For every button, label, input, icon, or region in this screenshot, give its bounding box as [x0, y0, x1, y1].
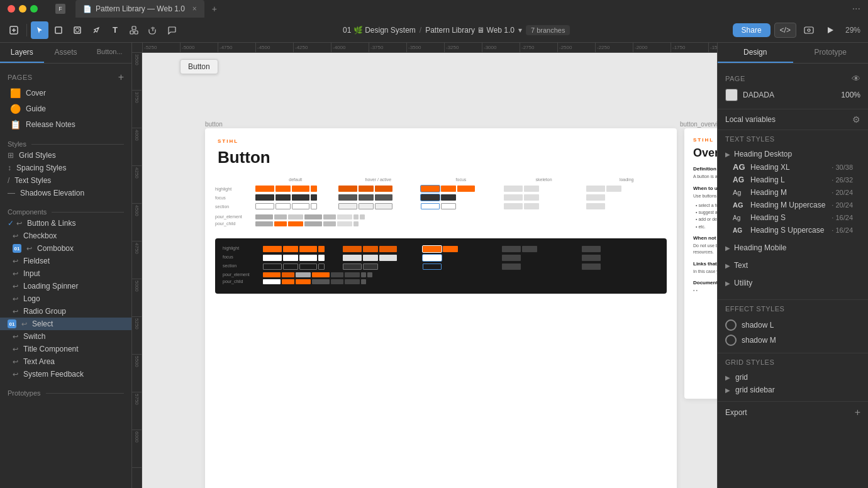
- row-btns-hover: [338, 203, 419, 209]
- code-button[interactable]: </>: [774, 23, 796, 38]
- tab-layers[interactable]: Layers: [0, 43, 44, 63]
- spacing-style-icon: ↕: [8, 164, 11, 172]
- mini-btn: [337, 221, 352, 226]
- export-add-button[interactable]: +: [855, 407, 860, 418]
- present-button[interactable]: [821, 21, 839, 39]
- tab-design[interactable]: Design: [718, 43, 793, 63]
- component-item-logo[interactable]: ↩ Logo: [0, 292, 131, 305]
- text-style-heading-l[interactable]: AG Heading L · 26/32: [725, 174, 860, 186]
- breadcrumb-design-system[interactable]: 01 🌿 Design System: [343, 26, 416, 35]
- shapes-tool-button[interactable]: [69, 21, 86, 39]
- text-tool-button[interactable]: T: [106, 21, 124, 39]
- component-item-system-feedback[interactable]: ↩ System Feedback: [0, 368, 131, 380]
- hand-tool-button[interactable]: [144, 21, 162, 39]
- style-item-text[interactable]: / Text Styles: [0, 174, 131, 187]
- canvas[interactable]: -5250 -5000 -4750 -4500 -4250 -4000 -375…: [132, 43, 717, 488]
- text-style-heading-m-upper[interactable]: AG Heading M Uppercase · 20/24: [725, 199, 860, 211]
- component-item-button-links[interactable]: ✓ ↩ Button & Links: [0, 217, 131, 230]
- component-item-textarea[interactable]: ↩ Text Area: [0, 355, 131, 368]
- grid-style-icon: ⊞: [8, 151, 14, 160]
- utility-group-header[interactable]: ▶ Utility: [725, 277, 860, 289]
- text-style-heading-xl[interactable]: AG Heading XL · 30/38: [725, 160, 860, 174]
- page-visibility-button[interactable]: 👁: [852, 74, 860, 84]
- row-btns-load: [586, 203, 667, 209]
- text-styles-section: Text styles ▶ Heading Desktop AG Heading…: [718, 130, 868, 300]
- components-tool-button[interactable]: [125, 21, 143, 39]
- close-button[interactable]: [8, 5, 15, 13]
- mirror-button[interactable]: [800, 21, 818, 39]
- text-tool-icon: T: [113, 25, 118, 35]
- page-item-release-notes[interactable]: 📋 Release Notes: [3, 117, 129, 132]
- component-item-loading[interactable]: ↩ Loading Spinner: [0, 280, 131, 292]
- zoom-level[interactable]: 29%: [843, 26, 863, 35]
- ruler-mark: -3500: [406, 43, 444, 52]
- heading-desktop-group-header[interactable]: ▶ Heading Desktop: [725, 148, 860, 160]
- grid-style-sidebar[interactable]: ▶ grid sidebar: [725, 384, 860, 396]
- add-page-button[interactable]: +: [118, 72, 124, 82]
- component-item-input[interactable]: ↩ Input: [0, 267, 131, 280]
- component-item-fieldset[interactable]: ↩ Fieldset: [0, 255, 131, 267]
- overview-frame[interactable]: STIHL Overview Definition A button is a …: [684, 128, 717, 399]
- mini-btn: [361, 272, 366, 277]
- breadcrumb-arrow-icon[interactable]: ▾: [518, 26, 522, 35]
- canvas-main[interactable]: Button button button_overview STIHL Butt…: [142, 53, 717, 488]
- heading-m-sample: Ag: [733, 189, 745, 196]
- component-arrow-icon: ↩: [13, 257, 18, 265]
- main-button-frame[interactable]: STIHL Button default hover / active focu…: [205, 128, 677, 488]
- tab-assets[interactable]: Assets: [44, 43, 88, 63]
- component-item-radio[interactable]: ↩ Radio Group: [0, 305, 131, 318]
- tab-close-icon[interactable]: ×: [192, 4, 197, 13]
- titlebar-tab[interactable]: 📄 Pattern Library — Web 1.0 ×: [75, 0, 204, 18]
- effect-style-shadow-m[interactable]: shadow M: [725, 333, 860, 348]
- component-item-checkbox[interactable]: ↩ Checkbox: [0, 230, 131, 242]
- component-item-title[interactable]: ↩ Title Component: [0, 343, 131, 355]
- page-color-swatch[interactable]: [725, 89, 738, 101]
- frame-tool-button[interactable]: [50, 21, 67, 39]
- home-button[interactable]: [5, 21, 23, 39]
- new-tab-button[interactable]: +: [212, 4, 217, 14]
- mini-btn: [363, 255, 378, 261]
- btn-row-section: section: [215, 203, 667, 209]
- breadcrumb-file[interactable]: Pattern Library 🖥 Web 1.0: [425, 26, 515, 35]
- style-item-shadows[interactable]: — Shadows Elevation: [0, 187, 131, 199]
- minimize-button[interactable]: [19, 5, 26, 13]
- effect-style-shadow-l[interactable]: shadow L: [725, 318, 860, 333]
- pen-tool-button[interactable]: [87, 21, 105, 39]
- heading-mobile-group-header[interactable]: ▶ Heading Mobile: [725, 241, 860, 254]
- local-vars-button[interactable]: ⚙: [852, 114, 860, 125]
- style-label-shadows: Shadows Elevation: [20, 189, 84, 197]
- mini-btn: [311, 203, 317, 209]
- branches-badge[interactable]: 7 branches: [526, 25, 570, 35]
- floating-button-frame[interactable]: Button: [180, 59, 218, 74]
- window-menu-button[interactable]: ···: [852, 3, 860, 14]
- text-style-heading-s[interactable]: Ag Heading S · 16/24: [725, 211, 860, 224]
- mini-btn: [263, 246, 282, 252]
- text-styles-title: Text styles: [725, 135, 775, 143]
- component-item-select[interactable]: 01 ↩ Select: [0, 318, 131, 330]
- comment-tool-button[interactable]: [163, 21, 181, 39]
- text-style-heading-s-upper[interactable]: AG Heading S Uppercase · 16/24: [725, 224, 860, 236]
- dark-btns-g: [263, 279, 659, 284]
- style-item-grid[interactable]: ⊞ Grid Styles: [0, 149, 131, 162]
- component-item-combobox[interactable]: 01 ↩ Combobox: [0, 242, 131, 255]
- tab-prototype[interactable]: Prototype: [793, 43, 869, 63]
- component-label-system-feedback: System Feedback: [23, 370, 84, 379]
- share-button[interactable]: Share: [733, 23, 771, 37]
- mini-btn: [423, 255, 442, 261]
- maximize-button[interactable]: [30, 5, 38, 13]
- page-item-guide[interactable]: 🟠 Guide: [3, 101, 129, 116]
- grid-style-grid[interactable]: ▶ grid: [725, 371, 860, 384]
- style-item-spacing[interactable]: ↕ Spacing Styles: [0, 162, 131, 174]
- text-style-heading-m[interactable]: Ag Heading M · 20/24: [725, 186, 860, 199]
- local-vars-label: Local variables: [725, 115, 776, 124]
- mini-btn: [318, 263, 325, 270]
- mini-btn: [299, 255, 317, 261]
- row-label: section: [215, 204, 253, 209]
- mini-btn: [502, 246, 521, 252]
- text-group-header[interactable]: ▶ Text: [725, 259, 860, 272]
- page-item-cover[interactable]: 🟧 Cover: [3, 86, 129, 101]
- tab-button[interactable]: Button...: [87, 43, 131, 63]
- component-item-switch[interactable]: ↩ Switch: [0, 330, 131, 343]
- move-tool-button[interactable]: [31, 21, 48, 39]
- heading-mobile-arrow: ▶: [725, 245, 730, 252]
